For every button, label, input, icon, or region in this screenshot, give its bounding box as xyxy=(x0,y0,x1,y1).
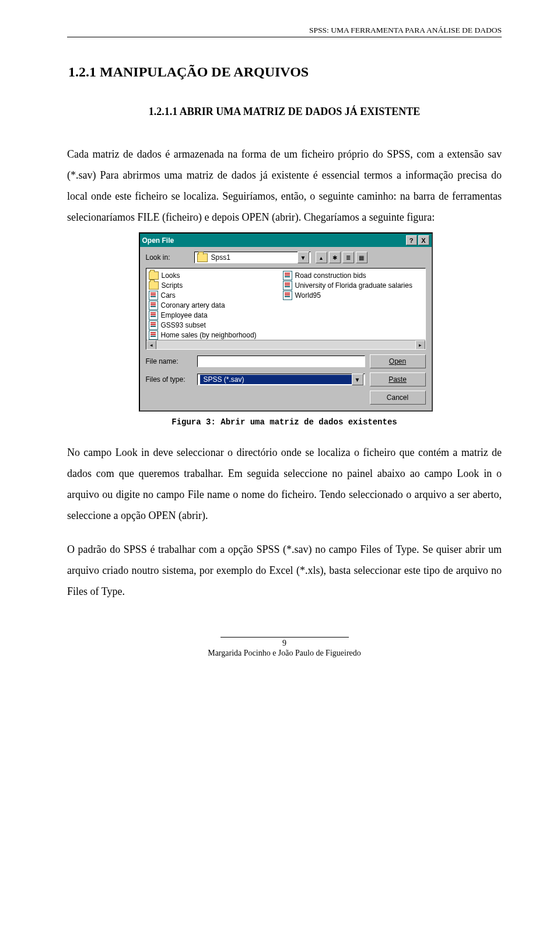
footer-rule xyxy=(220,637,349,638)
scroll-left-icon[interactable]: ◂ xyxy=(146,340,156,350)
subsection-heading: 1.2.1.1 ABRIR UMA MATRIZ DE DADOS JÁ EXI… xyxy=(67,106,502,118)
new-folder-icon[interactable]: ✱ xyxy=(329,252,341,263)
toolbar-icons: ▴ ✱ ≣ ▦ xyxy=(316,252,368,263)
figure-open-file-dialog: Open File ? X Look in: Spss1 ▼ ▴ ✱ ≣ xyxy=(139,232,430,412)
file-icon xyxy=(149,301,158,310)
paragraph-intro: Cada matriz de dados é armazenada na for… xyxy=(67,144,502,228)
chevron-down-icon[interactable]: ▼ xyxy=(352,374,363,385)
chevron-down-icon[interactable]: ▼ xyxy=(298,252,309,263)
footer-author: Margarida Pocinho e João Paulo de Figuei… xyxy=(67,649,502,658)
file-name-input[interactable] xyxy=(197,356,365,367)
page-number: 9 xyxy=(67,639,502,648)
subsection-number: 1.2.1.1 xyxy=(149,106,178,117)
files-of-type-combo[interactable]: SPSS (*.sav) ▼ xyxy=(197,374,365,385)
running-header: SPSS: UMA FERRAMENTA PARA ANÁLISE DE DAD… xyxy=(67,26,502,35)
close-button[interactable]: X xyxy=(418,235,429,245)
list-item[interactable]: Cars xyxy=(149,290,271,300)
file-icon xyxy=(149,330,158,340)
list-item[interactable]: Employee data xyxy=(149,310,271,320)
files-of-type-value: SPSS (*.sav) xyxy=(200,375,352,384)
list-item[interactable]: University of Florida graduate salaries xyxy=(283,280,405,290)
look-in-combo[interactable]: Spss1 ▼ xyxy=(194,252,311,263)
file-icon xyxy=(149,291,158,300)
file-name-label: File name: xyxy=(146,357,190,365)
section-number: 1.2.1 xyxy=(68,64,96,79)
paragraph-lookin: No campo Look in deve seleccionar o dire… xyxy=(67,442,502,526)
scroll-right-icon[interactable]: ▸ xyxy=(415,340,425,350)
paste-button[interactable]: Paste xyxy=(370,372,426,386)
dialog-title: Open File xyxy=(142,236,174,245)
horizontal-scrollbar[interactable]: ◂ ▸ xyxy=(146,340,425,349)
folder-icon xyxy=(149,281,159,290)
file-icon xyxy=(283,271,292,280)
list-item[interactable]: Road construction bids xyxy=(283,270,405,280)
cancel-button[interactable]: Cancel xyxy=(370,391,426,405)
files-of-type-label: Files of type: xyxy=(146,375,190,384)
file-icon xyxy=(149,321,158,330)
file-icon xyxy=(283,281,292,290)
up-folder-icon[interactable]: ▴ xyxy=(316,252,327,263)
subsection-title: ABRIR UMA MATRIZ DE DADOS JÁ EXISTENTE xyxy=(180,106,421,117)
file-icon xyxy=(283,291,292,300)
help-button[interactable]: ? xyxy=(406,235,417,245)
list-item[interactable]: GSS93 subset xyxy=(149,320,271,330)
details-view-icon[interactable]: ▦ xyxy=(356,252,368,263)
page-footer: 9 Margarida Pocinho e João Paulo de Figu… xyxy=(67,637,502,658)
look-in-label: Look in: xyxy=(146,253,190,262)
list-item[interactable]: Looks xyxy=(149,270,271,280)
list-item[interactable]: Coronary artery data xyxy=(149,300,271,310)
folder-icon xyxy=(149,271,159,280)
list-item[interactable]: World95 xyxy=(283,290,405,300)
header-rule xyxy=(67,37,502,37)
dialog-titlebar[interactable]: Open File ? X xyxy=(140,234,432,247)
figure-caption: Figura 3: Abrir uma matriz de dados exis… xyxy=(67,417,502,427)
file-list[interactable]: Looks Scripts Cars Coronary artery data … xyxy=(146,268,426,350)
section-heading: 1.2.1 MANIPULAÇÃO DE ARQUIVOS xyxy=(68,64,502,80)
open-file-dialog: Open File ? X Look in: Spss1 ▼ ▴ ✱ ≣ xyxy=(139,232,433,412)
paragraph-filesoftype: O padrão do SPSS é trabalhar com a opção… xyxy=(67,539,502,602)
folder-icon xyxy=(197,253,208,262)
section-title: MANIPULAÇÃO DE ARQUIVOS xyxy=(100,64,309,79)
open-button[interactable]: Open xyxy=(370,354,426,368)
list-item[interactable]: Scripts xyxy=(149,280,271,290)
list-item[interactable]: Home sales (by neighborhood) xyxy=(149,330,271,340)
file-icon xyxy=(149,311,158,320)
list-view-icon[interactable]: ≣ xyxy=(342,252,354,263)
look-in-value: Spss1 xyxy=(211,253,230,262)
